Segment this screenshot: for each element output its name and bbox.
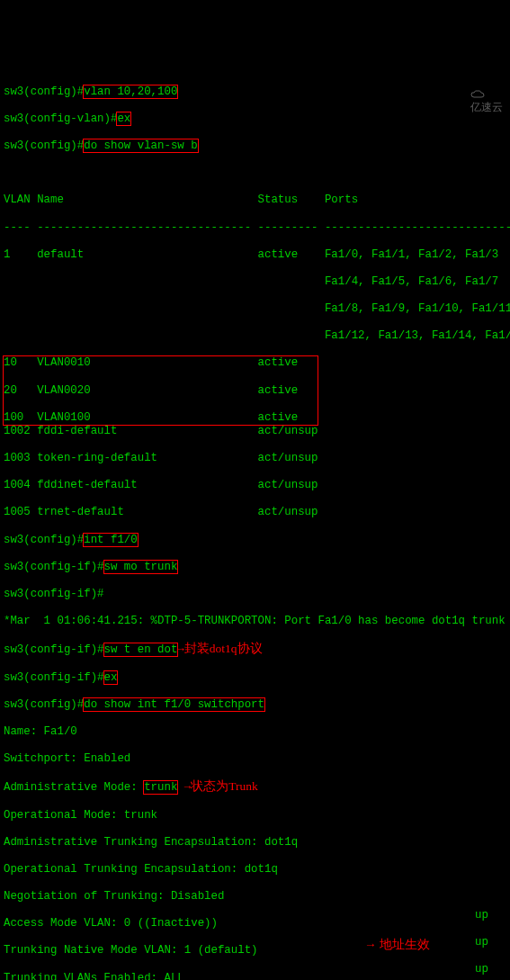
vlan-row-20: 20 VLAN0020 active	[4, 384, 318, 398]
vlan-row-cont: Fa1/12, Fa1/13, Fa1/14, Fa1/15	[4, 329, 507, 343]
output-line: Administrative Mode: trunk →状态为Trunk	[4, 779, 507, 795]
vlan-row-100: 100 VLAN0100 active	[4, 411, 318, 424]
output-line: Operational Mode: trunk	[4, 809, 507, 823]
cfg-line: sw3(config)#int f1/0	[4, 534, 507, 547]
cmd-show-switchport[interactable]: do show int f1/0 switchport	[83, 697, 265, 712]
vlan-table-header: VLAN Name Status Ports	[4, 193, 507, 207]
watermark: 亿速云	[465, 74, 503, 114]
vlan-row-1005: 1005 trnet-default act/unsup	[4, 506, 507, 519]
output-line: Trunking VLANs Enabled: ALL	[4, 972, 507, 980]
cmd-sw-mo-trunk[interactable]: sw mo trunk	[103, 560, 179, 574]
admin-mode-value: trunk	[143, 780, 178, 795]
cmd-sw-t-en-dot[interactable]: sw t en dot	[103, 643, 179, 657]
cmd-show-vlan[interactable]: do show vlan-sw b	[83, 139, 198, 153]
vlan-created-box: 10 VLAN0010 active 20 VLAN0020 active 10…	[3, 355, 318, 425]
ip-up-3: up	[475, 963, 502, 976]
annotation-addr-effective: → 地址生效	[364, 938, 430, 951]
ip-up-1: up	[475, 909, 502, 922]
output-line: Administrative Trunking Encapsulation: d…	[4, 836, 507, 850]
vlan-row-1002: 1002 fddi-default act/unsup	[4, 425, 507, 438]
cfg-line: sw3(config-vlan)#ex	[4, 112, 507, 126]
output-line: Switchport: Enabled	[4, 752, 507, 766]
output-line: Name: Fa1/0	[4, 725, 507, 739]
output-line: Operational Trunking Encapsulation: dot1…	[4, 863, 507, 877]
vlan-row-10: 10 VLAN0010 active	[4, 356, 318, 370]
vlan-row-default: 1 default active Fa1/0, Fa1/1, Fa1/2, Fa…	[4, 248, 507, 262]
annotation-dot1q: 封装dot1q协议	[184, 642, 263, 655]
cfg-line: sw3(config-if)#sw t en dot→封装dot1q协议	[4, 642, 507, 657]
vlan-row-cont: Fa1/4, Fa1/5, Fa1/6, Fa1/7	[4, 275, 507, 289]
cfg-line: sw3(config-if)#	[4, 588, 507, 601]
cmd-exit[interactable]: ex	[103, 670, 119, 685]
divider: ---- -------------------------------- --…	[4, 221, 507, 235]
output-line: Access Mode VLAN: 0 ((Inactive))	[4, 917, 507, 931]
output-line: Negotiation of Trunking: Disabled	[4, 890, 507, 904]
log-line: *Mar 1 01:06:41.215: %DTP-5-TRUNKPORTON:…	[4, 615, 507, 628]
cfg-line: sw3(config)#do show int f1/0 switchport	[4, 698, 507, 712]
cfg-line: sw3(config-if)#ex	[4, 671, 507, 685]
vlan-row-cont: Fa1/8, Fa1/9, Fa1/10, Fa1/11	[4, 302, 507, 316]
cloud-icon	[470, 89, 485, 100]
cfg-line: sw3(config)#do show vlan-sw b	[4, 139, 507, 153]
cmd-exit[interactable]: ex	[116, 112, 131, 126]
cfg-line: sw3(config-if)#sw mo trunk	[4, 561, 507, 574]
vlan-row-1004: 1004 fddinet-default act/unsup	[4, 479, 507, 492]
annotation-trunk: 状态为Trunk	[191, 779, 258, 793]
cfg-line: sw3(config)#vlan 10,20,100	[4, 85, 507, 99]
output-line: Trunking Native Mode VLAN: 1 (default)	[4, 944, 507, 958]
cmd-vlan-create[interactable]: vlan 10,20,100	[83, 85, 178, 99]
cmd-int-f10[interactable]: int f1/0	[83, 533, 139, 547]
ip-up-2: up	[475, 936, 502, 949]
vlan-row-1003: 1003 token-ring-default act/unsup	[4, 452, 507, 465]
